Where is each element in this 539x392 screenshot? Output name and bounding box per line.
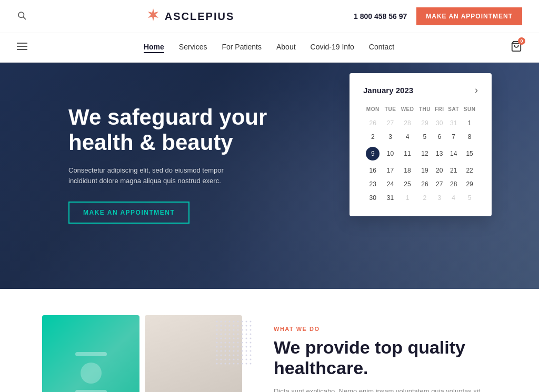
cal-day[interactable]: 19 xyxy=(416,164,433,177)
cal-day[interactable]: 5 xyxy=(416,130,433,144)
below-images xyxy=(42,315,242,392)
below-hero-section: WHAT WE DO We provide top quality health… xyxy=(0,289,539,392)
cal-header-wed: WED xyxy=(398,104,417,116)
calendar-days-header: MON TUE WED THU FRI SAT SUN xyxy=(363,104,478,116)
cal-day[interactable]: 17 xyxy=(382,164,398,177)
calendar-header: January 2023 › xyxy=(363,85,478,96)
calendar-row-2: 2 3 4 5 6 7 8 xyxy=(363,130,478,144)
section-label: WHAT WE DO xyxy=(274,326,497,332)
cal-day[interactable]: 20 xyxy=(433,164,446,177)
cart-badge: 0 xyxy=(518,37,525,45)
cal-day[interactable]: 27 xyxy=(433,177,446,191)
cal-day[interactable]: 31 xyxy=(446,116,461,130)
cal-day[interactable]: 18 xyxy=(398,164,417,177)
cal-day[interactable]: 3 xyxy=(433,191,446,205)
hamburger-icon[interactable] xyxy=(17,42,27,53)
cal-day[interactable]: 31 xyxy=(382,191,398,205)
nav-contact[interactable]: Contact xyxy=(369,43,394,53)
cal-day[interactable]: 1 xyxy=(461,116,478,130)
search-icon[interactable] xyxy=(17,11,26,23)
main-nav: Home Services For Patients About Covid-1… xyxy=(0,33,539,63)
svg-line-1 xyxy=(23,17,25,19)
hero-section: We safeguard your health & beauty Consec… xyxy=(0,63,539,289)
cal-day[interactable]: 13 xyxy=(433,144,446,164)
make-appointment-header-button[interactable]: MAKE AN APPOINTMENT xyxy=(416,7,522,25)
site-header: ASCLEPIUS 1 800 458 56 97 MAKE AN APPOIN… xyxy=(0,0,539,33)
cal-day[interactable]: 12 xyxy=(416,144,433,164)
cal-header-fri: FRI xyxy=(433,104,446,116)
calendar-row-3: 9 10 11 12 13 14 15 xyxy=(363,144,478,164)
cal-day[interactable]: 2 xyxy=(416,191,433,205)
cal-day[interactable]: 26 xyxy=(416,177,433,191)
cal-day[interactable]: 1 xyxy=(398,191,417,205)
cal-day[interactable]: 24 xyxy=(382,177,398,191)
make-appointment-hero-button[interactable]: MAKE AN APPOINTMENT xyxy=(68,202,189,224)
nav-about[interactable]: About xyxy=(276,43,296,53)
logo-icon xyxy=(146,7,161,25)
svg-rect-7 xyxy=(215,319,252,367)
cal-day[interactable]: 3 xyxy=(382,130,398,144)
cal-day[interactable]: 30 xyxy=(433,116,446,130)
nav-services[interactable]: Services xyxy=(179,43,207,53)
cal-day[interactable]: 22 xyxy=(461,164,478,177)
logo-text: ASCLEPIUS xyxy=(165,11,234,23)
nav-for-patients[interactable]: For Patients xyxy=(222,43,261,53)
cal-day[interactable]: 4 xyxy=(446,191,461,205)
hero-content: We safeguard your health & beauty Consec… xyxy=(68,105,290,224)
cal-header-sun: SUN xyxy=(461,104,478,116)
cal-day[interactable]: 29 xyxy=(416,116,433,130)
calendar-card: January 2023 › MON TUE WED THU FRI SAT S… xyxy=(350,73,492,216)
cal-day[interactable]: 25 xyxy=(398,177,417,191)
cal-day[interactable]: 21 xyxy=(446,164,461,177)
cal-day[interactable]: 27 xyxy=(382,116,398,130)
phone-number: 1 800 458 56 97 xyxy=(354,12,407,21)
cal-day[interactable]: 2 xyxy=(363,130,382,144)
what-we-do-section: WHAT WE DO We provide top quality health… xyxy=(274,315,497,392)
cart-icon[interactable]: 0 xyxy=(511,41,522,55)
calendar-row-5: 23 24 25 26 27 28 29 xyxy=(363,177,478,191)
cal-day[interactable]: 8 xyxy=(461,130,478,144)
cal-day[interactable]: 4 xyxy=(398,130,417,144)
cal-day[interactable]: 29 xyxy=(461,177,478,191)
calendar-row-4: 16 17 18 19 20 21 22 xyxy=(363,164,478,177)
cal-day[interactable]: 6 xyxy=(433,130,446,144)
nav-home[interactable]: Home xyxy=(144,43,164,53)
nav-links: Home Services For Patients About Covid-1… xyxy=(144,43,394,53)
hero-title: We safeguard your health & beauty xyxy=(68,105,290,156)
cal-header-thu: THU xyxy=(416,104,433,116)
site-logo[interactable]: ASCLEPIUS xyxy=(146,7,234,25)
cal-day[interactable]: 26 xyxy=(363,116,382,130)
section-description: Dicta sunt explicabo. Nemo enim ipsam vo… xyxy=(274,386,497,392)
nav-covid[interactable]: Covid-19 Info xyxy=(311,43,354,53)
cal-header-tue: TUE xyxy=(382,104,398,116)
cal-header-mon: MON xyxy=(363,104,382,116)
cal-day-selected[interactable]: 9 xyxy=(363,144,382,164)
cal-header-sat: SAT xyxy=(446,104,461,116)
header-right: 1 800 458 56 97 MAKE AN APPOINTMENT xyxy=(354,7,522,25)
cal-day[interactable]: 16 xyxy=(363,164,382,177)
cal-day[interactable]: 23 xyxy=(363,177,382,191)
cal-day[interactable]: 28 xyxy=(398,116,417,130)
calendar-grid: MON TUE WED THU FRI SAT SUN 26 27 28 29 … xyxy=(363,104,478,205)
image-medical xyxy=(42,315,139,392)
calendar-row-6: 30 31 1 2 3 4 5 xyxy=(363,191,478,205)
calendar-next-button[interactable]: › xyxy=(475,85,478,96)
cal-day[interactable]: 5 xyxy=(461,191,478,205)
cal-day[interactable]: 14 xyxy=(446,144,461,164)
cal-day[interactable]: 7 xyxy=(446,130,461,144)
section-title: We provide top quality healthcare. xyxy=(274,337,497,378)
cal-day[interactable]: 11 xyxy=(398,144,417,164)
cal-day[interactable]: 15 xyxy=(461,144,478,164)
calendar-row-1: 26 27 28 29 30 31 1 xyxy=(363,116,478,130)
cal-day[interactable]: 10 xyxy=(382,144,398,164)
calendar-month-label: January 2023 xyxy=(363,86,413,95)
cal-day[interactable]: 28 xyxy=(446,177,461,191)
hero-description: Consectetur adipiscing elit, sed do eius… xyxy=(68,165,247,187)
cal-day[interactable]: 30 xyxy=(363,191,382,205)
